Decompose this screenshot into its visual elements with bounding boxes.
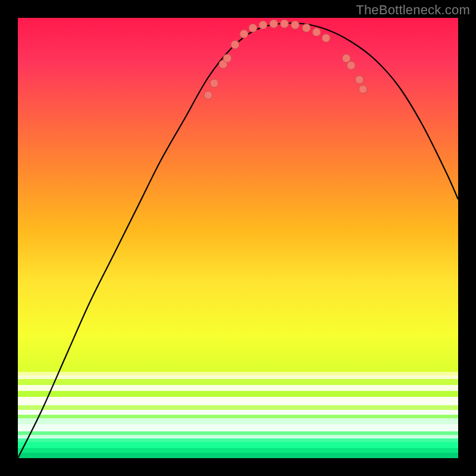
color-band [18,453,458,458]
color-band [18,405,458,410]
color-band [18,431,458,435]
curve-markers [204,20,367,99]
color-band [18,410,458,415]
color-band [18,435,458,439]
curve-marker-dot [359,85,367,93]
color-band [18,372,458,375]
outer-frame: TheBottleneck.com [0,0,476,476]
curve-marker-dot [210,79,218,87]
color-band [18,375,458,379]
curve-marker-dot [347,61,355,70]
gradient-plot-area [18,18,458,458]
color-band [18,385,458,391]
watermark-text: TheBottleneck.com [356,2,470,18]
curve-marker-dot [302,24,311,32]
color-band [18,424,458,431]
curve-marker-dot [291,21,299,29]
color-band [18,439,458,442]
curve-marker-dot [322,34,330,42]
color-band [18,391,458,397]
color-band [18,418,458,424]
color-band [18,442,458,448]
color-band [18,415,458,418]
color-band [18,448,458,453]
curve-marker-dot [280,20,289,28]
curve-marker-dot [259,21,267,29]
color-band [18,397,458,405]
curve-marker-dot [231,40,239,49]
curve-marker-dot [204,91,212,99]
color-band [18,379,458,385]
curve-marker-dot [249,24,257,32]
curve-marker-dot [240,30,248,38]
chart-svg [18,18,458,458]
curve-marker-dot [270,20,278,28]
curve-marker-dot [355,76,364,84]
curve-marker-dot [342,54,350,62]
curve-marker-dot [312,28,321,36]
color-bands [18,372,458,458]
curve-marker-dot [223,54,231,62]
